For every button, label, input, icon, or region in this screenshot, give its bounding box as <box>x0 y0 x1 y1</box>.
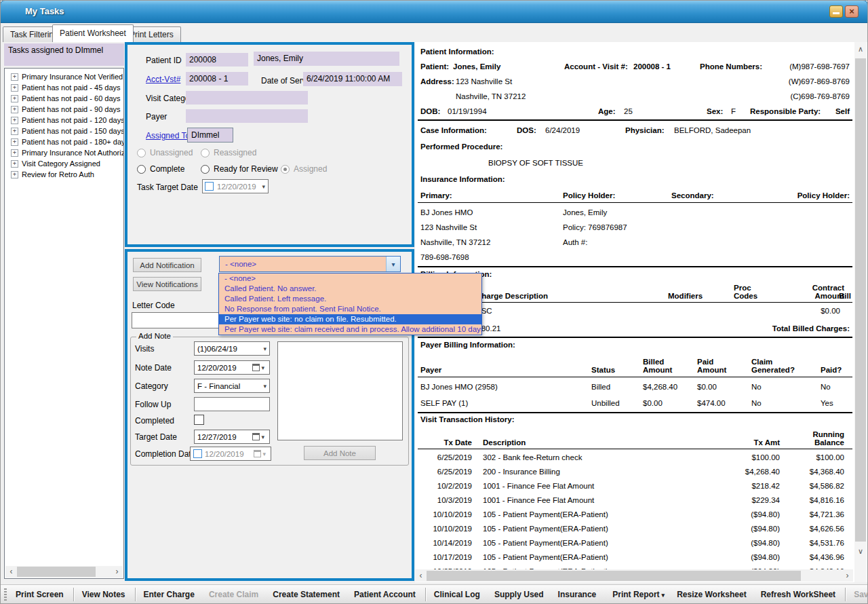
assigned-to-link[interactable]: Assigned To <box>146 131 190 140</box>
chevron-down-icon[interactable]: ▾ <box>259 183 268 190</box>
horizontal-scrollbar[interactable]: ‹ › <box>415 569 853 582</box>
scroll-down-icon[interactable]: ∨ <box>854 547 867 556</box>
toolbar-item[interactable]: Create Claim <box>203 590 267 599</box>
expand-plus-icon[interactable]: + <box>11 106 18 113</box>
toolbar-item[interactable]: Refresh WorkSheet <box>755 590 844 599</box>
tree-item[interactable]: + Review for Retro Auth <box>5 169 123 180</box>
follow-up-input[interactable] <box>194 397 270 411</box>
transaction-row: 10/14/2019 105 - Patient Payment(ERA-Pat… <box>420 536 844 550</box>
dropdown-option[interactable]: Per Payer web site: no claim on file. Re… <box>219 314 481 324</box>
dropdown-option[interactable]: Called Patient. No answer. <box>219 284 481 294</box>
notification-combobox[interactable]: - <none> ▾ <box>219 256 401 272</box>
view-notifications-button[interactable]: View Notifications <box>133 277 201 291</box>
scroll-right-icon[interactable]: › <box>842 570 853 582</box>
tree-item[interactable]: + Patient has not paid - 45 days <box>5 82 123 93</box>
toolbar-item[interactable]: Create Statement <box>267 590 348 599</box>
expand-plus-icon[interactable]: + <box>11 73 18 81</box>
tree-item[interactable]: + Primary Insurance Not Authorized <box>5 147 123 158</box>
toolbar-item[interactable]: Patient Account <box>348 590 424 599</box>
scroll-thumb[interactable] <box>427 571 801 581</box>
toolbar-item[interactable]: Print Report▾ <box>606 590 671 599</box>
chevron-down-icon[interactable]: ▾ <box>261 434 267 440</box>
toolbar-item[interactable] <box>845 588 846 601</box>
task-target-date-control[interactable]: 12/20/2019 ▾ <box>202 179 269 193</box>
dropdown-option[interactable]: No Response from patient. Sent Final Not… <box>219 304 481 314</box>
description-cell: 200 - Insurance Billing <box>483 465 560 479</box>
tree-item[interactable]: + Patient has not paid - 60 days <box>5 93 123 104</box>
target-date-picker[interactable]: 12/27/2019 ▾ <box>194 430 270 444</box>
tx-amt-cell: $4,268.40 <box>745 465 780 479</box>
expand-plus-icon[interactable]: + <box>11 160 18 168</box>
chevron-down-icon[interactable]: ▾ <box>263 383 269 390</box>
chevron-down-icon[interactable]: ▾ <box>263 345 269 352</box>
calendar-icon[interactable] <box>252 364 260 371</box>
category-combobox[interactable]: F - Financial ▾ <box>194 379 270 393</box>
total-billed-charges-label: Total Billed Charges: <box>772 324 850 333</box>
tree-item[interactable]: + Visit Category Assigned <box>5 158 123 169</box>
toolbar-item[interactable] <box>73 588 75 601</box>
toolbar-item[interactable]: Print Screen <box>9 590 72 599</box>
account-visit-label: Account - Visit #: <box>564 62 628 71</box>
task-target-date-checkbox[interactable] <box>205 182 214 191</box>
payer-billing-title: Payer Billing Information: <box>420 341 515 349</box>
completed-checkbox[interactable] <box>194 415 204 425</box>
expand-plus-icon[interactable]: + <box>11 117 18 124</box>
note-text-area[interactable] <box>277 341 403 440</box>
tab-patient-worksheet[interactable]: Patient Worksheet <box>52 24 134 42</box>
dropdown-option[interactable]: Called Patient. Left message. <box>219 294 481 304</box>
expand-plus-icon[interactable]: + <box>11 95 18 102</box>
add-notification-button[interactable]: Add Notification <box>133 258 201 272</box>
dropdown-option[interactable]: - <none> <box>219 273 481 284</box>
scroll-thumb[interactable] <box>855 58 866 542</box>
expand-plus-icon[interactable]: + <box>11 138 18 146</box>
scroll-up-icon[interactable]: ∧ <box>854 45 867 54</box>
tree-item[interactable]: + Patient has not paid - 180+ days <box>5 136 123 147</box>
toolbar-item[interactable] <box>425 588 427 601</box>
radio-complete[interactable] <box>137 165 146 174</box>
toolbar-item[interactable]: Enter Charge <box>138 590 203 599</box>
expand-plus-icon[interactable]: + <box>11 84 18 92</box>
toolbar-item-label: Enter Charge <box>144 590 195 599</box>
divider <box>418 119 852 121</box>
tree-item[interactable]: + Patient has not paid - 120 days <box>5 115 123 126</box>
expand-plus-icon[interactable]: + <box>11 171 18 178</box>
vertical-scrollbar[interactable]: ∧ ∨ <box>854 42 867 582</box>
toolbar-item[interactable]: Supply Used <box>488 590 552 599</box>
radio-ready-for-review[interactable] <box>201 165 210 174</box>
acct-vst-link[interactable]: Acct-Vst# <box>146 75 180 84</box>
toolbar-item[interactable]: Save <box>848 590 868 599</box>
chevron-down-icon[interactable]: ▾ <box>261 364 267 371</box>
tree-item[interactable]: + Primary Insurance Not Verified <box>5 71 123 82</box>
description-cell: 105 - Patient Payment(ERA-Patient) <box>483 508 608 522</box>
tree-horizontal-scrollbar[interactable]: ‹ › <box>5 566 123 578</box>
completion-date-checkbox[interactable] <box>193 449 202 458</box>
calendar-icon[interactable] <box>252 433 260 440</box>
expand-plus-icon[interactable]: + <box>11 128 18 135</box>
address-label: Address: <box>420 77 454 86</box>
toolbar-item[interactable]: Resize Worksheet <box>671 590 755 599</box>
toolbar-item[interactable] <box>135 588 136 601</box>
toolbar-item[interactable]: View Notes <box>76 590 134 599</box>
tree-item[interactable]: + Patient has not paid - 90 days <box>5 104 123 115</box>
note-date-picker[interactable]: 12/20/2019 ▾ <box>194 360 270 375</box>
minimize-button[interactable] <box>829 5 843 18</box>
scroll-right-icon[interactable]: › <box>111 566 123 578</box>
radio-reassigned-label: Reassigned <box>214 148 256 157</box>
scroll-thumb[interactable] <box>17 567 96 577</box>
toolbar-item[interactable]: Clinical Log <box>428 590 488 599</box>
visits-combobox[interactable]: (1)06/24/19 ▾ <box>194 341 270 356</box>
combo-dropdown-icon[interactable]: ▾ <box>386 257 400 271</box>
scroll-left-icon[interactable]: ‹ <box>415 570 427 582</box>
letter-code-label: Letter Code <box>132 301 175 310</box>
toolbar-grip[interactable] <box>4 588 7 601</box>
toolbar-item[interactable]: Insurance <box>552 590 605 599</box>
completion-date-picker[interactable]: 12/20/2019 ▾ <box>190 447 271 461</box>
expand-plus-icon[interactable]: + <box>11 149 18 157</box>
dropdown-option[interactable]: Per Payer web site: claim received and i… <box>219 324 481 335</box>
tab-strip: Task Filtering Patient Worksheet Print L… <box>0 24 868 42</box>
scroll-left-icon[interactable]: ‹ <box>5 566 17 578</box>
close-button[interactable]: × <box>845 5 859 18</box>
assigned-to-field[interactable]: DImmel <box>187 128 233 143</box>
insurance-information-title: Insurance Information: <box>420 175 505 183</box>
tree-item[interactable]: + Patient has not paid - 150 days <box>5 126 123 136</box>
